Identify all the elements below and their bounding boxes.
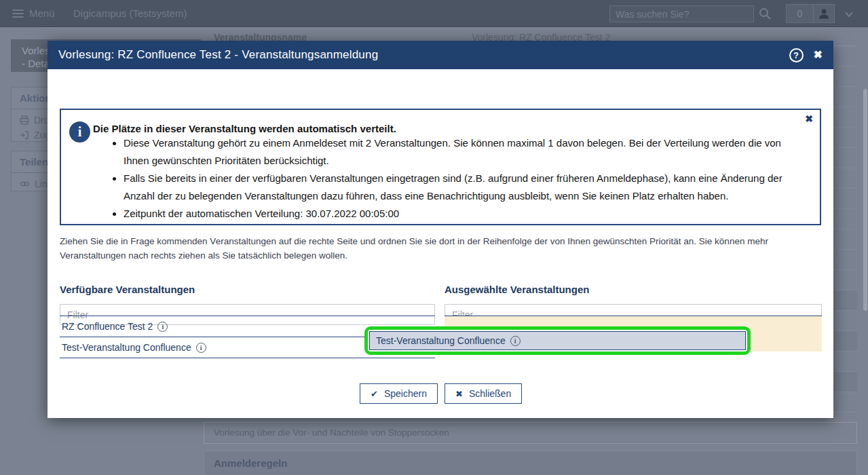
close-button[interactable]: ✖ Schließen [445,383,522,404]
search-icon[interactable] [758,7,772,20]
cross-icon: ✖ [455,389,463,399]
registration-dialog: Vorlesung: RZ Confluence Test 2 - Verans… [48,41,833,418]
avatar-icon[interactable] [814,7,834,20]
dialog-header: Vorlesung: RZ Confluence Test 2 - Verans… [48,41,833,69]
save-button[interactable]: ✔ Speichern [360,383,438,404]
chevron-down-icon[interactable] [844,11,854,18]
check-icon: ✔ [371,389,378,399]
info-message-box: i Die Plätze in dieser Veranstaltung wer… [60,109,821,225]
door-arrow-icon [20,130,29,140]
info-badge-icon: i [510,336,521,346]
info-icon: i [69,121,90,142]
hamburger-menu-icon[interactable] [12,10,24,18]
dragged-item-label: Test-Veranstaltung Confluence [376,335,506,346]
dragged-item[interactable]: Test-Veranstaltung Confluence i [369,331,746,350]
course-description: Vorlesung über die Vor- und Nachteile vo… [204,422,857,444]
list-item-label: RZ Confluence Test 2 [62,321,153,332]
printer-icon [20,115,29,125]
close-button-label: Schließen [469,388,511,399]
app-title[interactable]: Digicampus (Testsystem) [73,7,187,19]
info-bullet: Zeitpunkt der automatischen Verteilung: … [124,205,782,223]
topbar: Menü Digicampus (Testsystem) 0 [0,0,868,27]
info-bullet: Diese Veranstaltung gehört zu einem Anme… [124,134,782,170]
rules-section-header: Anmelderegeln [204,451,857,475]
info-heading: Die Plätze in dieser Veranstaltung werde… [93,123,396,134]
info-close-icon[interactable]: ✖ [805,113,813,124]
info-bullet: Falls Sie bereits in einer der verfügbar… [124,170,782,205]
info-bullet-list: Diese Veranstaltung gehört zu einem Anme… [93,134,782,223]
available-header: Verfügbare Veranstaltungen [60,284,435,295]
info-badge-icon[interactable]: i [196,343,206,353]
save-button-label: Speichern [384,388,427,399]
dragged-item-outline[interactable]: Test-Veranstaltung Confluence i [364,326,751,355]
help-icon[interactable]: ? [789,48,804,62]
dialog-body: i Die Plätze in dieser Veranstaltung wer… [48,69,833,418]
selected-header: Ausgewählte Veranstaltungen [445,284,822,295]
list-item-label: Test-Veranstaltung Confluence [62,342,191,353]
scrollbar-thumb[interactable] [863,89,867,311]
link-icon [20,180,30,188]
info-badge-icon[interactable]: i [157,322,168,332]
menu-label[interactable]: Menü [29,7,55,19]
search-input[interactable] [609,5,754,22]
notification-count[interactable]: 0 [787,8,813,19]
close-icon[interactable]: ✖ [814,50,823,60]
dialog-title: Vorlesung: RZ Confluence Test 2 - Verans… [58,48,789,62]
user-widget[interactable]: 0 [786,4,835,23]
drag-instruction-text: Ziehen Sie die in Frage kommenden Verans… [60,234,787,263]
